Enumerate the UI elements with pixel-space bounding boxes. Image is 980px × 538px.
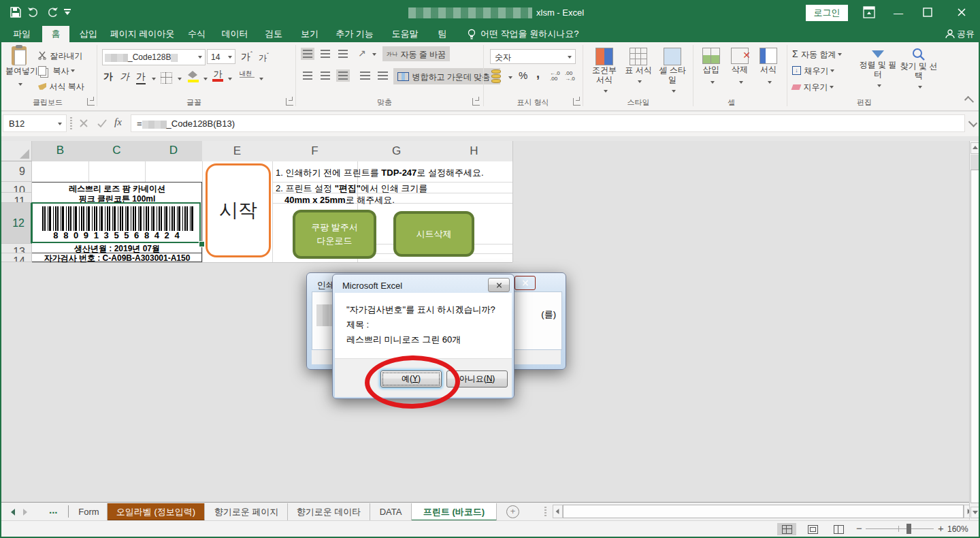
copy-button[interactable]: 복사 xyxy=(38,64,75,77)
decrease-indent-button[interactable] xyxy=(358,69,372,82)
zoom-slider-thumb[interactable] xyxy=(906,524,911,534)
comma-style-button[interactable]: , xyxy=(536,67,540,81)
tab-help[interactable]: 도움말 xyxy=(384,26,426,42)
col-header-D[interactable]: D xyxy=(145,141,203,163)
redo-icon[interactable] xyxy=(45,6,59,18)
zoom-out-button[interactable]: − xyxy=(856,522,862,534)
minimize-button[interactable]: — xyxy=(888,5,909,20)
insert-cells-button[interactable]: 삽입 xyxy=(698,48,724,88)
start-macro-button[interactable]: 시작 xyxy=(206,163,271,257)
fill-handle[interactable] xyxy=(199,241,205,247)
row-header-9[interactable]: 9 xyxy=(0,161,32,182)
align-bottom-button[interactable] xyxy=(336,48,350,60)
merge-center-button[interactable]: 병합하고 가운데 맞춤 xyxy=(393,68,500,84)
tab-home[interactable]: 홈 xyxy=(42,26,69,42)
namebox-splitter[interactable] xyxy=(70,117,72,129)
msgbox-close-button[interactable] xyxy=(488,278,510,292)
borders-icon[interactable] xyxy=(161,72,172,84)
tab-file[interactable]: 파일 xyxy=(5,26,38,42)
sheet-tab-form[interactable]: Form xyxy=(71,503,108,521)
fill-color-dropdown[interactable] xyxy=(203,78,208,80)
fill-color-button[interactable] xyxy=(188,71,199,82)
close-button[interactable] xyxy=(957,7,966,17)
print-dialog-close-button[interactable] xyxy=(514,276,536,290)
align-left-button[interactable] xyxy=(301,69,314,82)
format-painter-button[interactable]: 서식 복사 xyxy=(38,80,84,93)
tab-team[interactable]: 팀 xyxy=(430,26,455,42)
login-button[interactable]: 로그인 xyxy=(806,5,848,21)
font-size-combobox[interactable]: 14 xyxy=(207,49,235,64)
paste-button[interactable]: 붙여넣기 xyxy=(5,46,33,104)
cell-styles-button[interactable]: 셀 스타일 xyxy=(656,48,689,97)
format-cells-button[interactable]: 서식 xyxy=(755,48,781,88)
italic-button[interactable]: 가 xyxy=(120,71,129,83)
clipboard-dialog-launcher[interactable] xyxy=(87,98,95,106)
font-color-button[interactable]: 가 xyxy=(212,69,223,82)
hscroll-left-button[interactable] xyxy=(553,505,563,518)
zoom-in-button[interactable]: + xyxy=(938,522,944,534)
autosum-button[interactable]: Σ 자동 합계 xyxy=(792,48,842,61)
align-top-button[interactable] xyxy=(301,48,314,60)
accounting-dropdown[interactable] xyxy=(508,76,512,79)
format-as-table-button[interactable]: 표 서식 xyxy=(623,48,653,87)
align-middle-button[interactable] xyxy=(318,48,332,60)
percent-style-button[interactable]: % xyxy=(519,69,527,81)
phonetic-dropdown[interactable] xyxy=(259,78,263,80)
sheet-tab-print-barcode[interactable]: 프린트 (바코드) xyxy=(412,503,497,521)
clear-button[interactable]: 지우기 xyxy=(792,80,834,93)
maximize-button[interactable] xyxy=(923,7,932,17)
grow-font-button[interactable]: 가ˆ xyxy=(241,50,252,63)
underline-dropdown[interactable] xyxy=(152,78,156,80)
row-header-11[interactable]: 11 xyxy=(0,193,32,203)
col-header-B[interactable]: B xyxy=(32,141,89,163)
view-normal-button[interactable] xyxy=(777,523,796,535)
cancel-icon[interactable] xyxy=(79,118,88,128)
view-page-break-button[interactable] xyxy=(829,523,848,535)
sort-filter-button[interactable]: 정렬 및 필터 xyxy=(859,48,897,91)
font-name-combobox[interactable]: _Code128B xyxy=(102,49,206,65)
row-header-13[interactable]: 13 xyxy=(0,244,32,253)
col-header-C[interactable]: C xyxy=(88,141,146,163)
row-header-14[interactable]: 14 xyxy=(0,253,32,262)
align-right-button[interactable] xyxy=(336,69,350,82)
number-format-combobox[interactable]: 숫자 xyxy=(490,49,576,64)
row-header-10[interactable]: 10 xyxy=(0,182,32,193)
save-icon[interactable] xyxy=(10,6,22,18)
sheet-nav-more-icon[interactable]: ... xyxy=(49,504,58,516)
increase-indent-button[interactable] xyxy=(376,69,390,82)
qat-customize-icon[interactable] xyxy=(64,9,71,10)
tabbar-splitter[interactable] xyxy=(544,507,546,516)
hscroll-thumb[interactable] xyxy=(563,505,964,518)
cut-button[interactable]: 잘라내기 xyxy=(38,49,82,62)
increase-decimal-button[interactable]: ←.0.00 xyxy=(550,71,560,82)
share-button[interactable]: 공유 xyxy=(957,26,975,42)
find-select-button[interactable]: 찾기 및 선택 xyxy=(900,48,938,93)
tab-view[interactable]: 보기 xyxy=(294,26,325,42)
tell-me-search[interactable]: 어떤 작업을 원하시나요? xyxy=(480,26,578,42)
underline-button[interactable]: 가 xyxy=(136,71,146,84)
tab-addins[interactable]: 추가 기능 xyxy=(329,26,380,42)
collapse-ribbon-icon[interactable] xyxy=(964,96,974,106)
borders-dropdown[interactable] xyxy=(178,78,182,80)
delete-cells-button[interactable]: ✕ 삭제 xyxy=(727,48,753,88)
alignment-dialog-launcher[interactable] xyxy=(472,98,480,106)
row-header-12[interactable]: 12 xyxy=(0,203,32,244)
new-sheet-button[interactable]: + xyxy=(506,505,519,518)
coupang-download-button[interactable]: 쿠팡 발주서 다운로드 xyxy=(293,210,376,259)
align-center-button[interactable] xyxy=(318,69,332,82)
select-all-corner[interactable] xyxy=(0,141,32,161)
wrap-text-button[interactable]: 가나 자동 줄 바꿈 xyxy=(382,46,450,61)
sheet-tab-data[interactable]: DATA xyxy=(370,503,412,521)
bold-button[interactable]: 가 xyxy=(103,71,113,83)
ribbon-display-options-icon[interactable] xyxy=(863,6,875,18)
inspection-number-cell[interactable]: 자가검사 번호 : C-A09B-A303001-A150 xyxy=(32,253,202,264)
sheet-tab-oil-label[interactable]: 오일라벨 (정보입력) xyxy=(108,503,205,521)
expand-formula-bar-icon[interactable] xyxy=(968,118,977,127)
tab-data[interactable]: 데이터 xyxy=(216,26,253,42)
accounting-format-button[interactable] xyxy=(491,69,504,80)
zoom-level[interactable]: 160% xyxy=(947,524,968,534)
fill-button[interactable]: ↓ 채우기 xyxy=(792,64,834,77)
tab-review[interactable]: 검토 xyxy=(257,26,290,42)
shrink-font-button[interactable]: 가ˇ xyxy=(259,52,269,64)
sheet-tab-fragrant-data[interactable]: 향기로운 데이타 xyxy=(288,503,370,521)
